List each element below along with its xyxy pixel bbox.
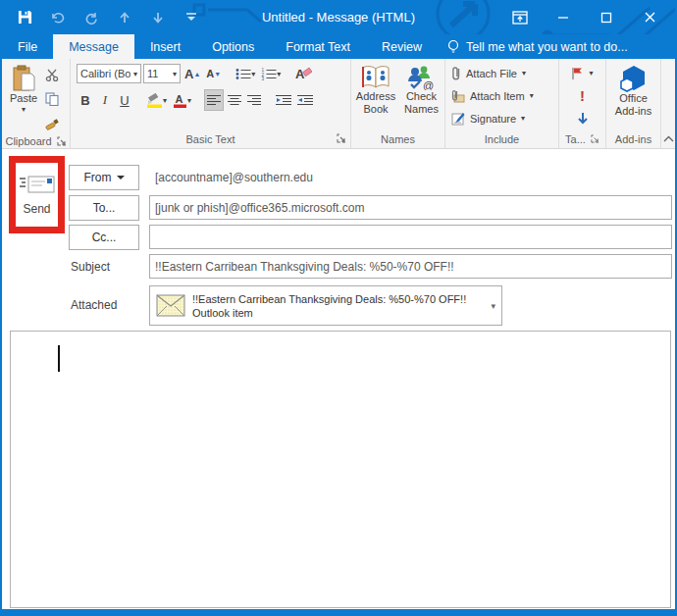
clear-formatting-button[interactable]: A [293,63,314,84]
title-bar: Untitled - Message (HTML) [2,0,675,34]
low-importance-button[interactable] [577,108,589,129]
numbering-icon: 123 [261,68,277,80]
quick-access-toolbar [14,0,202,34]
align-right-icon [247,94,261,106]
text-highlight-caret: ▾ [163,96,167,105]
paste-button[interactable]: Paste ▾ [4,62,43,134]
lightbulb-icon [447,39,459,55]
attach-file-caret: ▾ [522,69,526,77]
font-color-button[interactable]: A ▾ [171,89,193,111]
paste-icon [12,65,35,92]
from-value: [accountname]@southern.edu [155,171,313,184]
underline-button[interactable]: U [116,89,133,111]
clear-formatting-icon: A [295,67,312,80]
cc-button-label: Cc... [92,231,117,244]
attach-file-label: Attach File [466,68,517,79]
cc-input[interactable] [149,225,672,249]
font-size-caret: ▾ [173,70,177,78]
font-size-select[interactable]: 11 ▾ [143,64,181,83]
ribbon-display-options-icon[interactable] [498,0,542,34]
tab-insert[interactable]: Insert [134,34,196,59]
tags-group-label: Ta... [565,133,586,145]
to-button[interactable]: To... [69,195,139,221]
increase-indent-button[interactable] [295,89,315,111]
tab-message[interactable]: Message [53,34,134,59]
minimize-button[interactable] [542,0,585,34]
attachment-text: !!Eastern Carribean Thanksgiving Deals: … [192,293,484,319]
to-input[interactable] [149,195,672,220]
check-names-button[interactable]: @ Check Names [400,62,443,129]
text-highlight-button[interactable]: ▾ [144,89,169,111]
bold-button[interactable]: B [77,89,94,111]
copy-button[interactable] [43,88,61,110]
move-down-icon[interactable] [147,7,169,28]
collapse-ribbon-icon[interactable] [663,135,674,142]
maximize-button[interactable] [585,0,628,34]
tab-options[interactable]: Options [196,34,270,59]
office-addins-icon [618,65,650,92]
clipboard-dialog-launcher-icon[interactable] [57,136,67,146]
paste-label: Paste [10,92,37,105]
ribbon-tabs: File Message Insert Options Format Text … [2,34,675,59]
low-importance-icon [577,112,589,125]
save-icon[interactable] [14,7,35,28]
tell-me-box[interactable]: Tell me what you want to do... [438,34,638,59]
attachment-item[interactable]: !!Eastern Carribean Thanksgiving Deals: … [149,285,502,326]
attachment-type: Outlook item [192,307,484,319]
font-name-value: Calibri (Bod [80,68,130,79]
tab-format-text[interactable]: Format Text [270,34,366,59]
bullets-icon [235,68,251,80]
tab-file[interactable]: File [2,34,53,59]
tags-dialog-launcher-icon[interactable] [591,134,599,143]
from-button[interactable]: From [69,165,139,190]
redo-icon[interactable] [80,7,102,28]
outlook-message-window: Untitled - Message (HTML) File Message I… [0,0,677,616]
attachment-title: !!Eastern Carribean Thanksgiving Deals: … [192,293,484,305]
cut-icon [45,69,59,81]
increase-indent-icon [297,94,313,106]
tab-review[interactable]: Review [366,34,438,59]
format-painter-button[interactable] [43,113,61,134]
send-button[interactable]: Send [16,163,58,227]
follow-up-button[interactable]: ▾ [571,63,593,84]
align-left-button[interactable] [204,89,224,111]
font-name-select[interactable]: Calibri (Bod ▾ [77,64,141,83]
font-color-caret: ▾ [187,96,191,105]
signature-caret: ▾ [521,114,525,123]
attach-file-button[interactable]: Attach File ▾ [447,63,556,84]
address-book-button[interactable]: Address Book [353,62,398,129]
check-names-label: Check Names [404,90,439,115]
numbering-button[interactable]: 123 ▾ [259,63,283,84]
signature-button[interactable]: Signature ▾ [447,108,556,129]
subject-label: Subject [71,260,110,274]
italic-button[interactable]: I [96,89,114,111]
numbering-caret: ▾ [277,70,281,78]
signature-icon [451,112,465,126]
high-importance-button[interactable]: ! [580,85,585,107]
tags-group: ▾ ! Ta... [559,59,606,148]
customize-quick-access-icon[interactable] [181,7,202,28]
attach-item-button[interactable]: Attach Item ▾ [447,85,556,107]
undo-icon[interactable] [47,7,69,28]
align-right-button[interactable] [245,89,263,111]
align-center-icon [228,94,241,106]
message-body-editor[interactable] [10,331,671,608]
cut-button[interactable] [43,64,61,85]
grow-font-button[interactable]: A▲ [182,63,202,84]
tell-me-label: Tell me what you want to do... [466,40,628,54]
office-addins-button[interactable]: Office Add-ins [608,62,658,129]
close-button[interactable] [628,0,671,34]
to-button-label: To... [93,201,116,215]
attachment-dropdown-caret[interactable]: ▾ [491,301,495,311]
basic-text-group-label: Basic Text [186,133,235,145]
basic-text-dialog-launcher-icon[interactable] [337,133,346,143]
cc-button[interactable]: Cc... [69,225,139,250]
window-controls [498,0,671,34]
move-up-icon[interactable] [114,7,135,28]
shrink-font-button[interactable]: A▼ [204,63,223,84]
follow-up-caret: ▾ [589,69,593,77]
bullets-button[interactable]: ▾ [234,63,257,84]
subject-input[interactable] [149,254,672,279]
decrease-indent-button[interactable] [274,89,293,111]
align-center-button[interactable] [226,89,243,111]
